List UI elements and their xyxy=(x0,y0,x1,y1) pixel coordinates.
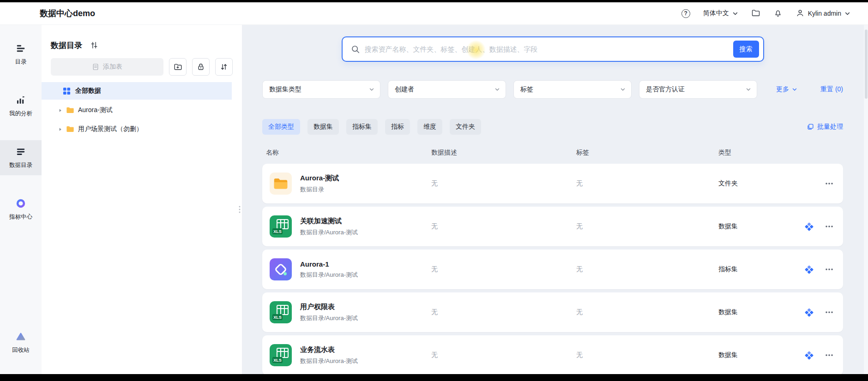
table-row[interactable]: Aurora-1 数据目录/Aurora-测试 无 无 指标集 xyxy=(262,250,843,289)
user-icon xyxy=(796,8,805,19)
asset-search-bar: 搜索 xyxy=(342,36,764,62)
more-filters-link[interactable]: 更多 xyxy=(776,85,797,94)
asset-description: 无 xyxy=(431,222,576,231)
add-table-label: 添加表 xyxy=(103,63,122,71)
topbar-actions: ? 简体中文 Kylin xyxy=(681,8,850,19)
more-actions-icon[interactable] xyxy=(825,179,834,188)
vertical-scrollbar[interactable] xyxy=(864,25,868,374)
tab-folders[interactable]: 文件夹 xyxy=(450,119,481,135)
tab-all-types[interactable]: 全部类型 xyxy=(262,119,300,135)
asset-description: 无 xyxy=(431,179,576,188)
sidebar-item-my-analysis[interactable]: 我的分析 xyxy=(0,89,42,124)
help-button[interactable]: ? xyxy=(681,9,690,18)
tree-item-folder[interactable]: Aurora-测试 xyxy=(42,102,232,119)
reset-filters-link[interactable]: 重置 (0) xyxy=(820,85,843,94)
sort-button[interactable] xyxy=(215,58,233,76)
chevron-down-icon xyxy=(732,11,738,17)
asset-tag: 无 xyxy=(576,179,718,188)
sidebar-item-recycle-bin[interactable]: 回收站 xyxy=(0,325,42,360)
table-row[interactable]: Aurora-测试 数据目录 无 无 文件夹 xyxy=(262,164,843,203)
sidebar-item-label: 回收站 xyxy=(12,346,30,354)
more-actions-icon[interactable] xyxy=(825,351,834,360)
metric-set-icon xyxy=(270,258,292,280)
asset-tag: 无 xyxy=(576,308,718,316)
filter-creator[interactable]: 创建者 xyxy=(388,80,506,99)
new-folder-button[interactable] xyxy=(169,58,187,76)
user-menu[interactable]: Kylin admin xyxy=(796,8,850,19)
sidebar-item-label: 指标中心 xyxy=(9,213,32,221)
permission-button[interactable] xyxy=(192,58,210,76)
sidebar-item-label: 我的分析 xyxy=(9,110,32,118)
panel-resize-handle[interactable] xyxy=(238,206,241,213)
asset-list: Aurora-测试 数据目录 无 无 文件夹 xyxy=(262,164,843,374)
data-catalog-icon xyxy=(15,146,26,157)
sidebar-item-catalog[interactable]: 目录 xyxy=(0,37,42,72)
search-input[interactable] xyxy=(365,45,733,53)
tree-item-all-data[interactable]: 全部数据 xyxy=(42,82,232,100)
header-type: 类型 xyxy=(718,149,843,157)
batch-icon xyxy=(807,123,814,131)
accelerate-icon[interactable] xyxy=(805,222,814,231)
more-actions-icon[interactable] xyxy=(825,308,834,317)
more-actions-icon[interactable] xyxy=(825,265,834,274)
filters-row: 数据集类型 创建者 标签 是否官方认证 更多 xyxy=(262,80,843,99)
filter-certified[interactable]: 是否官方认证 xyxy=(639,80,757,99)
table-row[interactable]: XLS 关联加速测试 数据目录/Aurora-测试 无 无 数据集 xyxy=(262,207,843,246)
asset-description: 无 xyxy=(431,265,576,274)
tab-metric-sets[interactable]: 指标集 xyxy=(346,119,378,135)
tab-metrics[interactable]: 指标 xyxy=(385,119,410,135)
type-tabs: 全部类型 数据集 指标集 指标 维度 文件夹 批量处理 xyxy=(262,119,843,135)
batch-process-link[interactable]: 批量处理 xyxy=(807,123,843,131)
filter-tag[interactable]: 标签 xyxy=(513,80,632,99)
asset-path: 数据目录/Aurora-测试 xyxy=(300,314,358,322)
bell-icon xyxy=(773,8,783,19)
chevron-down-icon xyxy=(620,87,626,92)
asset-path: 数据目录/Aurora-测试 xyxy=(300,357,358,365)
files-button[interactable] xyxy=(751,8,760,19)
asset-tag: 无 xyxy=(576,265,718,274)
catalog-icon xyxy=(15,43,26,54)
filter-dataset-type[interactable]: 数据集类型 xyxy=(262,80,380,99)
chevron-down-icon xyxy=(844,11,850,17)
asset-type: 数据集 xyxy=(718,351,738,359)
header-description: 数据描述 xyxy=(431,149,576,157)
scrollbar-thumb[interactable] xyxy=(865,30,868,99)
asset-description: 无 xyxy=(431,351,576,359)
lock-icon xyxy=(197,63,205,71)
chevron-down-icon xyxy=(792,87,797,92)
filter-label: 创建者 xyxy=(395,85,414,94)
asset-name[interactable]: Aurora-测试 xyxy=(300,174,339,183)
asset-type: 数据集 xyxy=(718,222,738,231)
sidebar-item-metrics-center[interactable]: 指标中心 xyxy=(0,192,42,227)
table-header: 名称 数据描述 标签 类型 xyxy=(262,149,843,157)
batch-label: 批量处理 xyxy=(817,123,843,131)
asset-path: 数据目录/Aurora-测试 xyxy=(300,271,358,279)
tab-datasets[interactable]: 数据集 xyxy=(307,119,339,135)
tab-dimensions[interactable]: 维度 xyxy=(417,119,442,135)
more-actions-icon[interactable] xyxy=(825,222,834,231)
nav-sidebar: 目录 我的分析 数据目录 xyxy=(0,25,42,374)
table-row[interactable]: XLS 用户权限表 数据目录/Aurora-测试 无 无 数据集 xyxy=(262,292,843,332)
caret-right-icon xyxy=(58,127,62,131)
search-button[interactable]: 搜索 xyxy=(733,41,759,58)
asset-name[interactable]: 业务流水表 xyxy=(300,345,358,354)
table-row[interactable]: XLS 业务流水表 数据目录/Aurora-测试 无 无 数据集 xyxy=(262,335,843,374)
accelerate-icon[interactable] xyxy=(805,308,814,317)
metrics-donut-icon xyxy=(15,198,26,209)
panel-settings-icon[interactable] xyxy=(90,41,98,49)
accelerate-icon[interactable] xyxy=(805,351,814,360)
asset-type: 文件夹 xyxy=(718,179,738,188)
asset-name[interactable]: 用户权限表 xyxy=(300,303,358,311)
accelerate-icon[interactable] xyxy=(805,265,814,274)
language-selector[interactable]: 简体中文 xyxy=(703,9,738,18)
asset-name[interactable]: 关联加速测试 xyxy=(300,217,358,226)
chevron-down-icon xyxy=(369,87,374,92)
notifications-button[interactable] xyxy=(773,8,783,19)
sidebar-item-data-catalog[interactable]: 数据目录 xyxy=(0,140,42,175)
user-name: Kylin admin xyxy=(808,10,841,17)
asset-name[interactable]: Aurora-1 xyxy=(300,260,358,268)
add-table-icon xyxy=(92,63,99,71)
add-table-button[interactable]: 添加表 xyxy=(51,58,163,76)
tree-item-folder[interactable]: 用户场景测试（勿删） xyxy=(42,121,232,137)
folder-icon xyxy=(66,125,74,133)
